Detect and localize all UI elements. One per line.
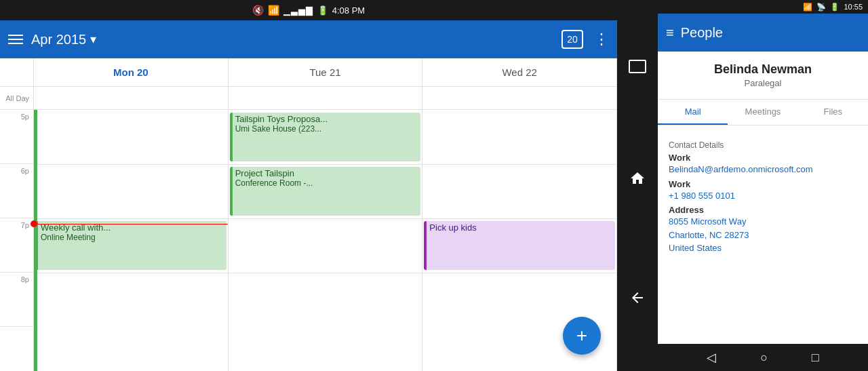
status-time: 4:08 PM	[332, 5, 365, 16]
contact-info: Belinda Newman Paralegal	[658, 52, 868, 100]
event-subtitle: Online Meeting	[41, 233, 224, 242]
event-subtitle: Umi Sake House (223...	[235, 124, 418, 134]
day-header-tue[interactable]: Tue 21	[229, 58, 423, 86]
calendar-status-bar: 🔇 📶 ▁▃▅▇ 🔋 4:08 PM	[0, 0, 617, 20]
month-title[interactable]: Apr 2015 ▾	[31, 32, 553, 47]
details-section-title: Contact Details	[669, 140, 857, 150]
hour-line	[229, 164, 422, 165]
dropdown-icon[interactable]: ▾	[90, 32, 96, 47]
all-day-label: All Day	[0, 87, 34, 109]
recent-apps-icon[interactable]	[629, 60, 646, 73]
work-phone-label: Work	[669, 179, 857, 189]
all-day-mon[interactable]	[34, 87, 229, 109]
fab-add-event[interactable]: +	[563, 317, 601, 355]
address-line1[interactable]: 8055 Microsoft Way	[669, 215, 857, 229]
home-icon[interactable]	[624, 165, 651, 192]
contact-name: Belinda Newman	[669, 62, 857, 77]
contact-details: Contact Details Work BelindaN@arfdemo.on…	[658, 125, 868, 344]
event-title: Tailspin Toys Proposa...	[235, 114, 418, 124]
status-icons: 🔇 📶 ▁▃▅▇ 🔋 4:08 PM	[252, 5, 365, 16]
day-header-wed[interactable]: Wed 22	[422, 58, 617, 86]
work-phone[interactable]: +1 980 555 0101	[669, 189, 857, 203]
contact-role: Paralegal	[669, 78, 857, 88]
day-header-mon[interactable]: Mon 20	[34, 58, 229, 86]
people-title: People	[681, 25, 723, 41]
work-label: Work	[669, 153, 857, 163]
current-time-dot	[31, 220, 37, 227]
android-bottom-nav: ◁ ○ □	[658, 344, 868, 371]
hour-line	[34, 273, 228, 273]
month-label: Apr 2015	[31, 32, 86, 47]
people-time: 10:55	[844, 3, 863, 11]
people-status-bar: 📶 📡 🔋 10:55	[658, 0, 868, 14]
tab-mail[interactable]: Mail	[658, 100, 728, 125]
calendar-header: Apr 2015 ▾ 20 ⋮	[0, 20, 617, 58]
nav-back-icon[interactable]: ◁	[707, 350, 716, 365]
all-day-tue[interactable]	[229, 87, 423, 109]
wifi-icon: 📶	[268, 5, 279, 16]
time-7p: 7p	[0, 218, 33, 273]
header-actions: 20 ⋮	[561, 30, 609, 49]
address-label: Address	[669, 205, 857, 215]
event-tailspin-toys[interactable]: Tailspin Toys Proposa... Umi Sake House …	[230, 113, 421, 161]
people-tabs: Mail Meetings Files	[658, 100, 868, 125]
hour-line	[422, 218, 616, 219]
event-weekly-call[interactable]: Weekly call with... Online Meeting	[35, 221, 226, 270]
tab-meetings[interactable]: Meetings	[728, 100, 797, 125]
days-header: Mon 20 Tue 21 Wed 22	[0, 58, 617, 87]
event-subtitle: Conference Room -...	[235, 178, 418, 188]
hour-line	[422, 164, 616, 165]
battery-icon-right: 🔋	[830, 3, 840, 12]
work-email[interactable]: BelindaN@arfdemo.onmicrosoft.com	[669, 163, 857, 176]
tab-files[interactable]: Files	[798, 100, 868, 125]
people-header: ≡ People	[658, 14, 868, 52]
event-project-tailspin[interactable]: Project Tailspin Conference Room -...	[230, 167, 421, 216]
hour-line	[422, 273, 616, 273]
android-side-nav	[617, 0, 658, 371]
hour-line	[229, 218, 422, 219]
muted-icon: 🔇	[252, 5, 264, 16]
hour-line	[34, 218, 228, 219]
time-gutter-header	[0, 58, 34, 86]
volume-icon: 📶	[803, 3, 812, 12]
address-line2[interactable]: Charlotte, NC 28273	[669, 229, 857, 242]
hour-line	[229, 273, 422, 273]
all-day-row: All Day	[0, 87, 617, 110]
calendar-grid: Mon 20 Tue 21 Wed 22 All Day 5p 6p 7p 8p	[0, 58, 617, 371]
event-pick-up-kids[interactable]: Pick up kids	[424, 221, 615, 270]
time-column: 5p 6p 7p 8p	[0, 110, 34, 371]
signal-icon: ▁▃▅▇	[283, 5, 313, 16]
calendar-body: 5p 6p 7p 8p Weekly call with...	[0, 110, 617, 371]
nav-home-icon[interactable]: ○	[760, 351, 768, 365]
calendar-phone: 🔇 📶 ▁▃▅▇ 🔋 4:08 PM Apr 2015 ▾ 20 ⋮	[0, 0, 617, 371]
current-time-line	[34, 224, 228, 224]
time-8p: 8p	[0, 273, 33, 327]
people-panel: 📶 📡 🔋 10:55 ≡ People Belinda Newman Para…	[658, 0, 868, 371]
wifi-icon-right: 📡	[816, 3, 826, 12]
event-title: Pick up kids	[429, 222, 612, 233]
nav-recent-icon[interactable]: □	[812, 351, 819, 365]
time-6p: 6p	[0, 164, 33, 218]
address-line3[interactable]: United States	[669, 241, 857, 255]
days-body: Weekly call with... Online Meeting T	[34, 110, 617, 371]
more-options-icon[interactable]: ⋮	[594, 31, 609, 48]
day-col-tue[interactable]: Tailspin Toys Proposa... Umi Sake House …	[229, 110, 423, 371]
hamburger-menu[interactable]	[8, 35, 23, 44]
event-title: Project Tailspin	[235, 168, 418, 178]
all-day-wed[interactable]	[422, 87, 617, 109]
people-menu-icon[interactable]: ≡	[666, 25, 674, 41]
day-col-mon[interactable]: Weekly call with... Online Meeting	[34, 110, 229, 371]
hour-line	[34, 164, 228, 165]
time-5p: 5p	[0, 110, 33, 164]
date-badge[interactable]: 20	[561, 30, 583, 49]
battery-icon: 🔋	[317, 5, 328, 16]
back-icon[interactable]	[624, 284, 651, 311]
